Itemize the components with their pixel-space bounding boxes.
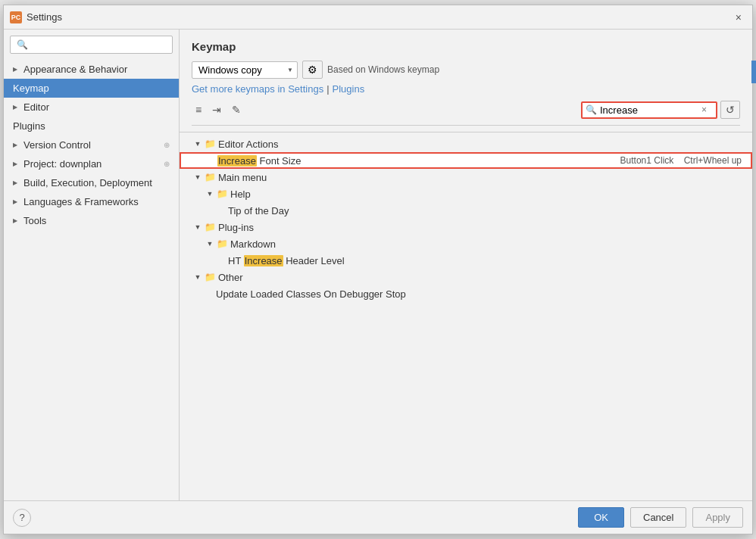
ok-button[interactable]: OK	[578, 507, 624, 528]
sidebar-item-editor[interactable]: Editor	[4, 98, 179, 117]
tree-group-main-menu[interactable]: ▼ 📁 Main menu	[180, 169, 752, 185]
tree-group-editor-actions[interactable]: ▼ 📁 Editor Actions	[180, 136, 752, 152]
expander-icon[interactable]: ▼	[204, 238, 216, 250]
tree-item-label: Tip of the Day	[228, 205, 752, 217]
tree-item-tip-of-day[interactable]: Tip of the Day	[180, 202, 752, 219]
keymap-settings-button[interactable]: ⚙	[302, 61, 323, 79]
app-icon: PC	[10, 11, 22, 23]
sidebar-item-label: Build, Execution, Deployment	[23, 177, 170, 188]
folder-icon: 📁	[216, 188, 228, 200]
content-area: 🔍 Appearance & Behavior Keymap Editor Pl…	[4, 30, 752, 500]
title-bar: PC Settings ×	[4, 5, 752, 30]
window-title: Settings	[27, 11, 731, 23]
tree-item-update-loaded-classes[interactable]: Update Loaded Classes On Debugger Stop	[180, 285, 752, 302]
sidebar-item-languages[interactable]: Languages & Frameworks	[4, 192, 179, 211]
search-icon: 🔍	[17, 39, 28, 50]
keymap-select-wrapper[interactable]: Windows copy	[192, 61, 298, 79]
tree-group-plugins[interactable]: ▼ 📁 Plug-ins	[180, 219, 752, 235]
sidebar-item-label: Languages & Frameworks	[23, 196, 170, 207]
project-icon: ⊕	[164, 160, 170, 168]
sidebar-item-project[interactable]: Project: downplan ⊕	[4, 154, 179, 173]
sidebar-item-keymap[interactable]: Keymap	[4, 79, 179, 98]
highlight-increase: Increase	[244, 255, 283, 266]
cancel-button[interactable]: Cancel	[630, 507, 686, 528]
sidebar-item-label: Keymap	[13, 83, 170, 94]
help-button[interactable]: ?	[13, 509, 31, 527]
sidebar-items: Appearance & Behavior Keymap Editor Plug…	[4, 60, 179, 500]
sidebar-item-plugins[interactable]: Plugins	[4, 117, 179, 136]
folder-icon: 📁	[216, 238, 228, 250]
action-toolbar: ≡ ⇥ ✎ 🔍 × ↺	[192, 101, 740, 126]
search-icon: 🔍	[586, 104, 597, 115]
vcs-icon: ⊕	[164, 141, 170, 149]
keymap-toolbar-row: Windows copy ⚙ Based on Windows keymap	[192, 61, 740, 79]
keymap-search-input[interactable]	[600, 104, 698, 116]
edit-shortcut-button[interactable]: ✎	[228, 101, 245, 118]
sidebar-item-appearance[interactable]: Appearance & Behavior	[4, 60, 179, 79]
keymap-select-wrapper: Windows copy ⚙ Based on Windows keymap	[192, 61, 439, 79]
sidebar-search-input[interactable]	[31, 39, 166, 50]
main-panel: Keymap Windows copy ⚙ Based on Windows k…	[180, 30, 752, 500]
tree-item-shortcut: Button1 Click Ctrl+Wheel up	[620, 155, 751, 166]
restore-defaults-button[interactable]: ↺	[720, 101, 740, 119]
expand-all-button[interactable]: ≡	[192, 101, 205, 118]
sidebar-item-build[interactable]: Build, Execution, Deployment	[4, 173, 179, 192]
keymap-tree: ▼ 📁 Editor Actions Increase Font Size Bu…	[180, 132, 752, 500]
based-on-label: Based on Windows keymap	[327, 64, 439, 75]
search-box: 🔍 ×	[581, 101, 717, 119]
tree-subgroup-help[interactable]: ▼ 📁 Help	[180, 185, 752, 202]
sidebar-item-version-control[interactable]: Version Control ⊕	[4, 136, 179, 154]
folder-icon: 📁	[204, 221, 216, 233]
tree-group-label: Other	[218, 272, 752, 283]
collapse-all-button[interactable]: ⇥	[208, 101, 225, 118]
sidebar-item-label: Plugins	[13, 120, 170, 132]
sidebar-item-label: Tools	[23, 215, 170, 226]
page-title: Keymap	[192, 40, 740, 53]
keymap-select[interactable]: Windows copy	[192, 61, 298, 79]
tree-group-label: Plug-ins	[218, 222, 752, 233]
settings-dialog: PC Settings × 🔍 Appearance & Behavior Ke…	[3, 5, 753, 534]
sidebar: 🔍 Appearance & Behavior Keymap Editor Pl…	[4, 30, 180, 500]
tree-group-label: Markdown	[230, 238, 752, 250]
plugins-link[interactable]: Plugins	[333, 83, 365, 95]
main-header: Keymap Windows copy ⚙ Based on Windows k…	[180, 30, 752, 132]
blue-accent	[751, 61, 752, 83]
close-button[interactable]: ×	[731, 10, 746, 25]
tree-subgroup-markdown[interactable]: ▼ 📁 Markdown	[180, 235, 752, 252]
tree-group-other[interactable]: ▼ 📁 Other	[180, 269, 752, 285]
expander-icon[interactable]: ▼	[192, 271, 204, 283]
sidebar-search-box[interactable]: 🔍	[10, 36, 173, 54]
sidebar-item-label: Editor	[23, 101, 170, 113]
expander-icon[interactable]: ▼	[192, 171, 204, 183]
tree-item-increase-header-level[interactable]: HT Increase Header Level	[180, 252, 752, 269]
links-row: Get more keymaps in Settings | Plugins	[192, 83, 740, 95]
bottom-bar: ? OK Cancel Apply	[4, 500, 752, 534]
tree-group-label: Main menu	[218, 172, 752, 183]
sidebar-item-label: Version Control	[23, 139, 159, 151]
folder-icon: 📁	[204, 271, 216, 283]
link-separator: |	[326, 83, 329, 95]
expander-icon[interactable]: ▼	[192, 138, 204, 150]
sidebar-item-label: Project: downplan	[23, 158, 159, 170]
apply-button: Apply	[692, 507, 743, 528]
expander-icon[interactable]: ▼	[192, 221, 204, 233]
sidebar-item-tools[interactable]: Tools	[4, 211, 179, 230]
tree-item-label: Increase Font Size	[217, 155, 620, 167]
folder-icon: 📁	[204, 171, 216, 183]
get-more-keymaps-link[interactable]: Get more keymaps in Settings	[192, 83, 323, 95]
highlight-increase: Increase	[217, 155, 257, 167]
expander-icon[interactable]: ▼	[204, 188, 216, 200]
tree-item-increase-font-size[interactable]: Increase Font Size Button1 Click Ctrl+Wh…	[180, 152, 752, 169]
tree-item-label: Update Loaded Classes On Debugger Stop	[216, 288, 752, 300]
tree-group-label: Editor Actions	[218, 139, 752, 150]
sidebar-item-label: Appearance & Behavior	[23, 64, 170, 75]
tree-item-label: HT Increase Header Level	[228, 255, 752, 266]
folder-icon: 📁	[204, 138, 216, 150]
search-clear-button[interactable]: ×	[701, 104, 707, 115]
tree-group-label: Help	[230, 188, 752, 200]
